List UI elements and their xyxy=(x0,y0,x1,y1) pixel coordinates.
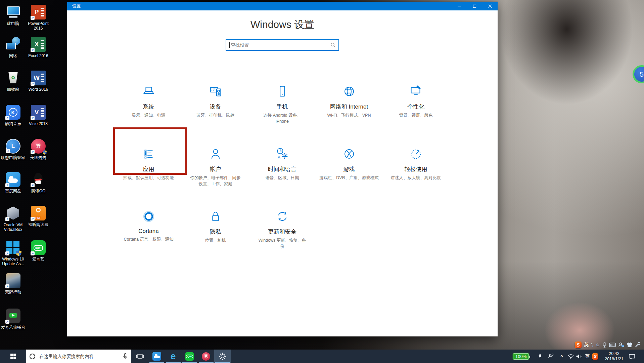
desktop-icon-label: Word 2016 xyxy=(26,87,51,92)
ime-indicator[interactable]: 英 xyxy=(584,350,590,363)
shortcut-arrow-icon xyxy=(5,217,9,221)
speaker-icon xyxy=(576,354,582,359)
iqiyi-icon: iQIYI xyxy=(185,352,194,361)
meitu-letter: 秀 xyxy=(36,143,41,149)
settings-tile-phone[interactable]: 手机 连接 Android 设备、iPhone xyxy=(249,81,316,144)
boost-ball[interactable]: 5 xyxy=(633,65,644,83)
desktop-icon-recycle-bin[interactable]: 回收站 xyxy=(1,71,26,92)
shield-icon xyxy=(43,150,47,155)
xbox-icon xyxy=(341,146,357,162)
desktop-icon-word[interactable]: W Word 2016 xyxy=(26,71,51,92)
wifi-tray-button[interactable] xyxy=(567,350,574,363)
taskbar-baidu-netdisk-button[interactable] xyxy=(148,350,165,363)
desktop-icon-kugou[interactable]: K 酷狗音乐 xyxy=(1,105,26,126)
minimize-button[interactable] xyxy=(451,2,467,10)
tile-subtitle: 语音、区域、日期 xyxy=(266,175,299,181)
settings-tile-cortana[interactable]: Cortana Cortana 语言、权限、通知 xyxy=(115,206,182,269)
desktop-icon-baidu-netdisk[interactable]: 百度网盘 xyxy=(1,172,26,193)
desktop-icon-visio[interactable]: V Visio 2013 xyxy=(26,105,51,126)
update-icon xyxy=(275,209,290,224)
desktop-icon-qq[interactable]: 腾讯QQ xyxy=(26,172,51,193)
settings-tile-update-security[interactable]: 更新和安全 Windows 更新、恢复、备份 xyxy=(249,206,316,269)
desktop-icon-this-pc[interactable]: 此电脑 xyxy=(1,5,26,26)
settings-tile-devices[interactable]: 设备 蓝牙、打印机、鼠标 xyxy=(182,81,249,144)
visio-icon: V xyxy=(31,105,46,120)
personalization-icon xyxy=(408,84,424,99)
desktop-icon-lenovo-manager[interactable]: L 联想电脑管家 xyxy=(1,139,26,160)
settings-tile-time-language[interactable]: 字A 时间和语言 语音、区域、日期 xyxy=(249,144,316,206)
power-plug-indicator[interactable] xyxy=(538,350,542,363)
settings-search-input[interactable] xyxy=(230,42,331,48)
settings-tile-accounts[interactable]: 帐户 你的帐户、电子邮件、同步设置、工作、家庭 xyxy=(182,144,249,206)
task-view-button[interactable] xyxy=(132,350,148,363)
shortcut-arrow-icon xyxy=(31,150,35,154)
taskbar-search-box[interactable] xyxy=(26,350,131,363)
settings-search-box[interactable] xyxy=(226,39,339,51)
desktop: 此电脑 网络 回收站 K 酷狗音乐 L 联想电脑管家 百度网盘 Oracle V… xyxy=(0,0,644,363)
people-tray-button[interactable] xyxy=(548,350,554,363)
tile-title: 设备 xyxy=(210,103,221,111)
taskbar-search-input[interactable] xyxy=(39,354,123,359)
settings-tile-apps[interactable]: 应用 卸载、默认应用、可选功能 xyxy=(115,144,182,206)
shield-icon xyxy=(16,250,21,256)
settings-tile-personalization[interactable]: 个性化 背景、锁屏、颜色 xyxy=(382,81,449,144)
tile-title: 游戏 xyxy=(343,165,355,173)
login-icon[interactable]: 12 xyxy=(618,342,624,348)
settings-tile-privacy[interactable]: 隐私 位置、相机 xyxy=(182,206,249,269)
sogou-tray-button[interactable]: S xyxy=(592,350,598,363)
settings-tile-ease-of-access[interactable]: 轻松使用 讲述人、放大镜、高对比度 xyxy=(382,144,449,206)
start-button[interactable] xyxy=(0,350,26,363)
settings-tile-system[interactable]: 系统 显示、通知、电源 xyxy=(115,81,182,144)
desktop-icon-network[interactable]: 网络 xyxy=(1,37,26,58)
desktop-icon-knives-out[interactable]: 荒野行动 xyxy=(1,273,26,294)
desktop-icon-label: Windows 10 Update As... xyxy=(1,257,26,267)
battery-status[interactable]: 100% xyxy=(513,350,529,363)
globe-icon xyxy=(341,84,357,99)
volume-tray-button[interactable] xyxy=(576,350,582,363)
tile-subtitle: 讲述人、放大镜、高对比度 xyxy=(391,175,441,181)
kugou-icon: K xyxy=(6,105,20,120)
action-center-button[interactable] xyxy=(629,350,635,363)
punctuation-icon[interactable]: ’, xyxy=(591,342,593,347)
settings-tile-network[interactable]: 网络和 Internet Wi-Fi、飞行模式、VPN xyxy=(316,81,382,144)
taskbar-edge-button[interactable]: e xyxy=(165,350,181,363)
desktop-icon-virtualbox[interactable]: Oracle VM VirtualBox xyxy=(1,206,26,232)
settings-tile-gaming[interactable]: 游戏 游戏栏、DVR、广播、游戏模式 xyxy=(316,144,382,206)
desktop-icon-powerpoint[interactable]: P PowerPoint 2016 xyxy=(26,5,51,31)
taskbar-iqiyi-button[interactable]: iQIYI xyxy=(181,350,198,363)
toolbox-icon[interactable] xyxy=(635,342,641,348)
search-icon xyxy=(330,42,336,48)
taskbar-settings-button[interactable] xyxy=(214,350,231,363)
close-button[interactable] xyxy=(482,2,498,10)
foxit-icon: PDF xyxy=(31,206,46,220)
title-bar[interactable]: 设置 xyxy=(67,2,498,10)
skin-icon[interactable] xyxy=(627,342,633,348)
desktop-icon-foxit[interactable]: PDF 福昕阅读器 xyxy=(26,206,51,227)
taskbar-meitu-button[interactable]: 秀 xyxy=(198,350,214,363)
desktop-icon-excel[interactable]: X Excel 2016 xyxy=(26,37,51,58)
sogou-logo-icon[interactable]: S xyxy=(575,341,582,348)
desktop-icon-meitu[interactable]: 秀 美图秀秀 xyxy=(26,139,51,160)
devices-icon xyxy=(208,84,223,99)
recycle-bin-icon xyxy=(6,71,20,85)
tile-title: 隐私 xyxy=(210,228,221,236)
ime-mode-button[interactable]: 英 xyxy=(584,342,589,348)
taskbar-clock[interactable]: 20:42 2018/1/21 xyxy=(602,350,626,363)
hidden-icons-chevron[interactable]: ^ xyxy=(559,350,565,363)
microphone-icon[interactable] xyxy=(123,353,128,360)
voice-input-icon[interactable] xyxy=(602,342,607,348)
iqiyi-carousel-icon xyxy=(6,309,20,323)
tile-title: 时间和语言 xyxy=(268,165,296,173)
maximize-button[interactable] xyxy=(467,2,482,10)
soft-keyboard-icon[interactable] xyxy=(609,342,616,347)
desktop-icon-iqiyi[interactable]: iQIYI 爱奇艺 xyxy=(26,240,51,261)
tile-subtitle: Windows 更新、恢复、备份 xyxy=(257,238,308,250)
desktop-icon-win10-update[interactable]: Windows 10 Update As... xyxy=(1,240,26,267)
shortcut-arrow-icon xyxy=(31,183,35,187)
desktop-icon-label: 网络 xyxy=(1,53,26,58)
accounts-icon xyxy=(208,146,223,162)
emoji-icon[interactable]: ☺ xyxy=(596,342,600,347)
desktop-icon-iqiyi-carousel[interactable]: 爱奇艺轮播台 xyxy=(1,309,26,330)
shortcut-arrow-icon xyxy=(5,251,9,255)
desktop-icon-label: 酷狗音乐 xyxy=(1,121,26,126)
